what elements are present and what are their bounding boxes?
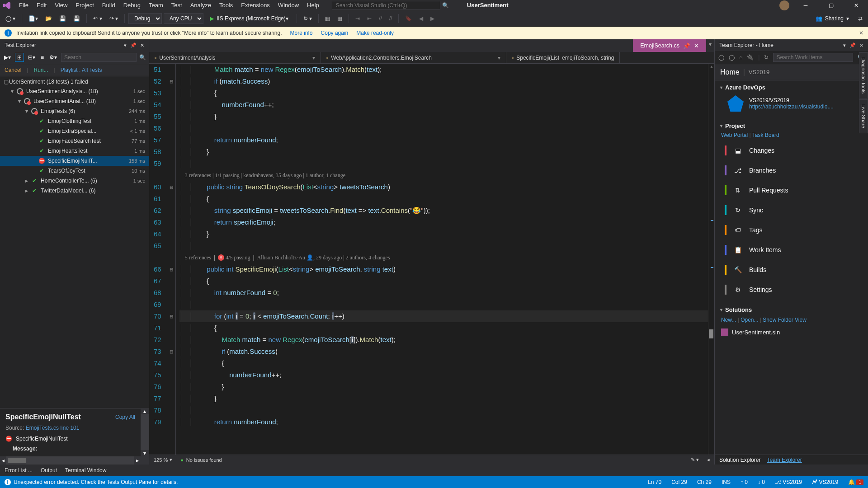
menu-file[interactable]: File [15,0,32,10]
user-avatar[interactable] [779,0,789,10]
playlist-dropdown[interactable]: Playlist : All Tests [61,67,102,73]
project-item-settings[interactable]: ⚙Settings [721,280,863,299]
run-all-button[interactable]: ▶▾ [3,53,12,62]
project-item-sync[interactable]: ↻Sync [721,201,863,220]
tab-overflow-icon[interactable]: ▾ [706,39,714,52]
bottom-tab[interactable]: Output [41,467,57,474]
cancel-button[interactable]: Cancel [5,67,21,73]
platform-select[interactable]: Any CPU [164,13,203,24]
test-node[interactable]: ▸✔TwitterDataModel... (6) [0,186,149,196]
task-board-link[interactable]: Task Board [752,132,779,138]
minimize-button[interactable]: ─ [797,0,815,10]
menu-team[interactable]: Team [145,0,167,10]
test-node[interactable]: ▾UserSentimentAnal... (18)1 sec [0,96,149,106]
uncomment-btn[interactable]: // [387,14,395,23]
close-button[interactable]: ✕ [847,0,865,10]
pin-icon[interactable]: 📌 [130,42,137,48]
global-search[interactable] [332,1,440,10]
menu-debug[interactable]: Debug [120,0,144,10]
new-item-button[interactable]: 📄▾ [26,14,41,23]
detail-hscrollbar[interactable]: ◂ ▸ [0,456,149,465]
editor-scrollbar[interactable]: ▴ [708,64,714,455]
test-node[interactable]: ✔TearsOfJoyTest10 ms [0,166,149,176]
test-node[interactable]: ▸✔HomeControllerTe... (6)1 sec [0,176,149,186]
detail-vscrollbar[interactable]: ▴ ▾ [141,408,149,456]
search-icon[interactable]: 🔍 [442,2,449,9]
folder-view-link[interactable]: Show Folder View [763,317,807,323]
team-home-header[interactable]: Home | VS2019 ▾ [715,64,868,80]
comment-btn[interactable]: // [376,14,385,23]
project-item-branches[interactable]: ⎇Branches [721,161,863,180]
source-link[interactable]: EmojiTests.cs line 101 [26,425,80,431]
menu-window[interactable]: Window [274,0,302,10]
indent-btn[interactable]: ⇥ [353,14,363,23]
menu-test[interactable]: Test [168,0,186,10]
more-info-link[interactable]: More info [290,30,313,36]
lightbulb-icon[interactable]: 💡 [176,310,177,322]
web-portal-link[interactable]: Web Portal [721,132,748,138]
side-tab[interactable]: Live Share [859,99,868,133]
menu-tools[interactable]: Tools [216,0,236,10]
project-section-header[interactable]: ▾Project [720,122,863,129]
editor-tab-active[interactable]: EmojiSearch.cs 📌 ✕ [633,39,706,52]
list-icon[interactable]: ≡ [39,53,45,62]
bookmark-btn[interactable]: 🔖 [402,14,415,23]
redo-button[interactable]: ↷ ▾ [107,14,121,23]
bookmark-prev[interactable]: ◀ [416,14,426,23]
new-solution-link[interactable]: New... [721,317,736,323]
fold-gutter[interactable]: ⊟⊟⊟⊟⊟ [168,64,176,455]
azure-url-link[interactable]: https://abuchholtzau.visualstudio.... [749,103,834,110]
work-items-search[interactable] [773,53,853,62]
col-indicator[interactable]: Col 29 [671,479,687,485]
nav-fwd-icon[interactable]: ◯ [729,54,735,61]
project-item-pull-requests[interactable]: ⇅Pull Requests [721,181,863,200]
layout-btn-1[interactable]: ▦ [322,14,333,23]
breadcrumb-item[interactable]: ▫SpecificEmoji(List emojiToSearch, strin… [506,52,620,63]
search-icon[interactable]: 🔍 [139,54,146,61]
panel-dropdown-icon[interactable]: ▾ [843,42,846,48]
close-panel-icon[interactable]: ✕ [140,42,144,48]
test-node[interactable]: ▾EmojiTests (6)244 ms [0,106,149,116]
crlf-icon[interactable]: ✎ ▾ [691,457,699,463]
close-panel-icon[interactable]: ✕ [859,42,863,48]
open-solution-link[interactable]: Open... [741,317,758,323]
bookmark-next[interactable]: ▶ [428,14,437,23]
open-button[interactable]: 📂 [42,14,55,23]
test-node[interactable]: ⛔SpecificEmojiNullT...153 ms [0,156,149,166]
pull-indicator[interactable]: ↓ 0 [758,479,765,485]
ch-indicator[interactable]: Ch 29 [697,479,712,485]
make-readonly-link[interactable]: Make read-only [356,30,394,36]
undo-button[interactable]: ↶ ▾ [90,14,104,23]
menu-view[interactable]: View [51,0,71,10]
group-button[interactable]: ⊞ [15,53,24,62]
menu-help[interactable]: Help [303,0,323,10]
project-item-tags[interactable]: 🏷Tags [721,221,863,239]
project-item-changes[interactable]: ⬓Changes [721,141,863,160]
hierarchy-icon[interactable]: ⊟▾ [27,53,37,62]
line-indicator[interactable]: Ln 70 [648,479,661,485]
branch-indicator[interactable]: 🗲 VS2019 [812,479,838,485]
menu-edit[interactable]: Edit [33,0,50,10]
bottom-tab[interactable]: Error List ... [5,467,33,474]
tab-pin-icon[interactable]: 📌 [683,42,690,49]
save-all-button[interactable]: 💾 [71,14,83,23]
run-dropdown[interactable]: Run... [33,67,48,73]
copy-all-link[interactable]: Copy All [115,414,135,420]
liveshare-icon[interactable]: ⇄ [855,14,865,23]
menu-project[interactable]: Project [72,0,97,10]
azure-section-header[interactable]: ▾Azure DevOps [720,84,863,91]
menu-extensions[interactable]: Extensions [237,0,274,10]
filter-icon[interactable]: ⚙▾ [48,53,58,62]
test-node[interactable]: ✔EmojiFaceSearchTest77 ms [0,136,149,146]
project-item-builds[interactable]: 🔨Builds [721,260,863,279]
repo-indicator[interactable]: ⎇ VS2019 [775,479,802,485]
test-node[interactable]: ✔EmojiClothingTest1 ms [0,116,149,126]
nav-back-button[interactable]: ◯ ▾ [3,14,18,23]
test-search-input[interactable] [61,53,137,62]
side-tab[interactable]: Diagnostic Tools [859,52,868,99]
nav-prev[interactable]: ◂ [707,457,710,463]
menu-analyze[interactable]: Analyze [187,0,215,10]
breadcrumb-item[interactable]: ▫WebApplication2.Controllers.EmojiSearch… [321,52,506,63]
solution-item[interactable]: UserSentiment.sln [720,327,863,338]
breadcrumb-item[interactable]: ▫UserSentimentAnalysis ▾ [149,52,321,63]
